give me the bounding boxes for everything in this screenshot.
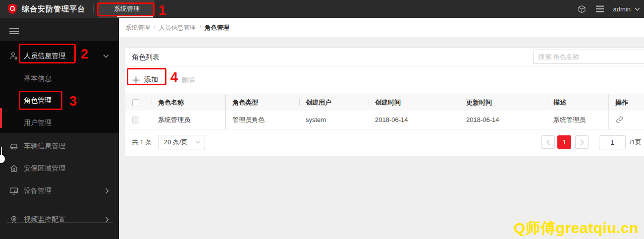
cell-creator: system [299, 111, 369, 129]
cell-role-name[interactable]: 系统管理员 [152, 111, 226, 129]
cell-description: 系统管理员 [547, 111, 608, 129]
header-actions: 操作 [608, 94, 644, 111]
sidebar-item-user-management[interactable]: 用户管理 [0, 114, 119, 132]
topbar-divider [93, 4, 94, 13]
camera-icon [9, 215, 19, 225]
chevron-down-icon [635, 7, 640, 11]
user-menu[interactable]: admin [613, 5, 640, 13]
select-all-checkbox[interactable] [132, 99, 139, 106]
chevron-down-icon [103, 54, 109, 58]
person-gear-icon [9, 51, 19, 61]
row-checkbox-cell [125, 111, 152, 129]
platform-title: 综合安防管理平台 [22, 4, 85, 14]
sidebar-item-device-management[interactable]: 设备管理 [0, 182, 119, 200]
annotation-number-1: 1 [159, 4, 166, 17]
cell-created-time: 2018-06-14 [369, 111, 460, 129]
prev-page-button[interactable] [541, 135, 555, 149]
header-role-name: 角色名称 [152, 94, 226, 111]
sidebar-item-label: 安保区域管理 [24, 164, 65, 173]
row-checkbox[interactable] [132, 117, 139, 123]
chevron-right-icon [105, 188, 109, 194]
monitor-gear-icon [9, 186, 19, 196]
sidebar-collapse-icon[interactable] [9, 28, 19, 34]
chevron-right-icon [580, 139, 584, 145]
topbar-actions: admin [577, 0, 640, 18]
watermark-text: Q师傅greatqiu.cn [514, 218, 639, 239]
header-created-time: 创建时间 [369, 94, 460, 111]
breadcrumb-separator: / [154, 24, 155, 32]
search-input[interactable] [533, 50, 644, 64]
header-updated-time: 更新时间 [460, 94, 547, 111]
topbar: 综合安防管理平台 系统管理 admin [0, 0, 644, 18]
breadcrumb-system[interactable]: 系统管理 [125, 24, 150, 32]
sidebar-item-label: 设备管理 [24, 186, 52, 195]
page-size-value: 20 条/页 [164, 138, 188, 147]
car-icon [9, 141, 19, 151]
breadcrumb: 系统管理 / 人员信息管理 / 角色管理 [125, 24, 229, 32]
sidebar-item-label: 车辆信息管理 [24, 142, 65, 151]
table-row[interactable]: 系统管理员 管理员角色 system 2018-06-14 2018-06-14… [125, 111, 644, 129]
annotation-box-1 [97, 2, 155, 16]
current-page-button[interactable]: 1 [557, 135, 571, 149]
annotation-box-3 [19, 91, 62, 110]
sidebar-item-label: 基本信息 [24, 74, 52, 83]
sidebar-item-vehicle-info[interactable]: 车辆信息管理 [0, 137, 119, 155]
link-icon[interactable] [615, 116, 624, 124]
annotation-number-3: 3 [69, 95, 77, 108]
delete-button[interactable]: 删除 [181, 76, 195, 85]
sidebar-item-label: 用户管理 [24, 119, 52, 127]
cell-actions [608, 111, 644, 129]
breadcrumb-bar: 系统管理 / 人员信息管理 / 角色管理 [119, 18, 644, 37]
menu-icon[interactable] [595, 5, 604, 12]
username-label: admin [613, 5, 631, 13]
breadcrumb-separator: / [199, 24, 201, 32]
sidebar-item-video-config[interactable]: 视频监控配置 [0, 211, 119, 229]
sidebar-item-basic-info[interactable]: 基本信息 [0, 70, 119, 88]
cell-updated-time: 2018-06-14 [460, 111, 547, 129]
chevron-right-icon [105, 217, 109, 223]
house-gear-icon [9, 164, 19, 174]
table-header-row: 角色名称 角色类型 创建用户 创建时间 更新时间 描述 操作 [125, 94, 644, 111]
next-page-button[interactable] [575, 135, 589, 149]
header-checkbox-cell [125, 94, 152, 111]
panel-title: 角色列表 [132, 48, 160, 66]
role-list-panel: 角色列表 添加 删除 角色名称 角色类型 创建用户 创建时间 更新时间 描述 操… [125, 47, 644, 156]
breadcrumb-current: 角色管理 [205, 24, 229, 32]
app-screen: 综合安防管理平台 系统管理 admin 人员信息管理 [0, 0, 644, 239]
page-size-select[interactable]: 20 条/页 [158, 135, 205, 149]
chevron-down-icon [195, 140, 201, 144]
header-role-type: 角色类型 [226, 94, 299, 111]
annotation-box-4 [127, 68, 166, 85]
header-creator: 创建用户 [299, 94, 369, 111]
chevron-left-icon [546, 139, 550, 145]
sidebar-item-security-area[interactable]: 安保区域管理 [0, 160, 119, 178]
annotation-box-2 [19, 44, 76, 63]
cube-icon[interactable] [577, 4, 587, 14]
table-toolbar: 添加 删除 [125, 66, 644, 94]
page-jump-input[interactable] [599, 135, 626, 149]
sidebar-item-label: 视频监控配置 [24, 215, 65, 224]
platform-logo-icon [6, 3, 18, 15]
pagination-bar: 共 1 条 20 条/页 1 /1页 [125, 129, 644, 156]
annotation-number-4: 4 [170, 71, 178, 84]
cell-role-type: 管理员角色 [226, 111, 299, 129]
total-count-label: 共 1 条 [132, 138, 152, 147]
page-count-label: /1页 [630, 138, 642, 147]
breadcrumb-personnel[interactable]: 人员信息管理 [159, 24, 196, 32]
panel-header: 角色列表 [125, 48, 644, 66]
header-description: 描述 [547, 94, 608, 111]
annotation-number-2: 2 [81, 48, 88, 61]
